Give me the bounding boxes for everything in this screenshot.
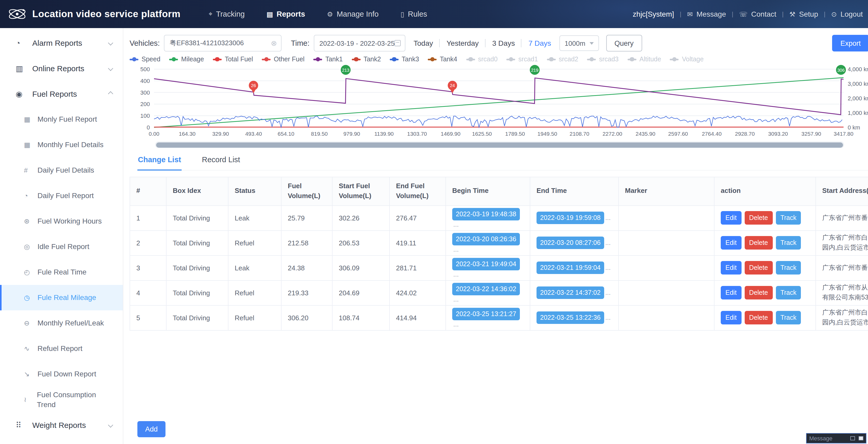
legend-item[interactable]: Mileage bbox=[169, 56, 204, 63]
delete-button[interactable]: Delete bbox=[744, 286, 773, 300]
fuel-mileage-chart[interactable]: 01002003004005000 km1,000 km2,000 km3,00… bbox=[123, 64, 868, 140]
sidebar-entry[interactable]: ▦ Monly Fuel Report bbox=[0, 107, 123, 132]
table-row: 5 Total Driving Refuel 306.20 108.74 414… bbox=[130, 305, 868, 330]
sidebar-entry[interactable]: ◎ Idle Fuel Report bbox=[0, 234, 123, 260]
sidebar-entry[interactable]: ⠿ Weight Reports bbox=[0, 412, 123, 438]
edit-button[interactable]: Edit bbox=[721, 211, 741, 225]
legend-item[interactable]: Total Fuel bbox=[213, 56, 253, 63]
quick-range-link[interactable]: 3 Days bbox=[485, 39, 515, 47]
delete-button[interactable]: Delete bbox=[744, 311, 773, 325]
nav-right-icon: ⚒ bbox=[789, 10, 796, 18]
quick-range-link[interactable]: Yesterday bbox=[439, 39, 479, 47]
legend-item[interactable]: Altitude bbox=[628, 56, 661, 63]
maximize-icon[interactable] bbox=[859, 436, 863, 440]
sidebar-entry[interactable]: # Daily Fuel Details bbox=[0, 158, 123, 183]
quick-range-link[interactable]: Today bbox=[414, 39, 433, 47]
track-button[interactable]: Track bbox=[776, 286, 801, 300]
edit-button[interactable]: Edit bbox=[721, 311, 741, 325]
sidebar-entry-icon: ⊛ bbox=[24, 217, 33, 225]
begin-time-button[interactable]: 2022-03-19 19:48:38 bbox=[452, 208, 520, 220]
quick-range-link[interactable]: 7 Days bbox=[521, 39, 551, 47]
begin-time-cell: 2022-03-20 08:26:36... bbox=[446, 230, 530, 255]
sidebar-entry[interactable]: ▦ Monthly Fuel Details bbox=[0, 132, 123, 158]
legend-item[interactable]: Tank2 bbox=[351, 56, 381, 63]
legend-marker-icon bbox=[628, 59, 637, 60]
add-button[interactable]: Add bbox=[137, 421, 165, 437]
legend-item[interactable]: Voltage bbox=[670, 56, 704, 63]
legend-item[interactable]: srcad0 bbox=[466, 56, 497, 63]
sidebar-entry[interactable]: ◔ Daily Fuel Report bbox=[0, 183, 123, 208]
interval-select[interactable]: 1000m bbox=[559, 35, 599, 51]
legend-label: srcad0 bbox=[478, 56, 497, 63]
export-button[interactable]: Export bbox=[832, 35, 868, 52]
end-time-button[interactable]: 2022-03-22 14:37:02 bbox=[536, 286, 604, 299]
begin-time-button[interactable]: 2022-03-20 08:26:36 bbox=[452, 233, 520, 245]
legend-item[interactable]: Tank4 bbox=[428, 56, 457, 63]
vehicles-input[interactable]: ⊗ bbox=[164, 35, 282, 52]
svg-text:306: 306 bbox=[837, 68, 845, 73]
sidebar-entry[interactable]: ◔ Alarm Reports bbox=[0, 30, 123, 56]
clear-icon[interactable]: ⊗ bbox=[271, 39, 277, 47]
svg-text:979.90: 979.90 bbox=[343, 131, 360, 137]
sidebar-entry[interactable]: ▥ Online Reports bbox=[0, 56, 123, 81]
legend-item[interactable]: Tank3 bbox=[390, 56, 419, 63]
tab[interactable]: Record List bbox=[202, 156, 241, 170]
nav-right-item[interactable]: ☏ Contact bbox=[739, 10, 776, 18]
begin-time-button[interactable]: 2022-03-22 14:36:02 bbox=[452, 282, 520, 295]
sidebar-entry[interactable]: ⊛ Fuel Working Hours bbox=[0, 208, 123, 234]
nav-right-item[interactable]: ✉ Message bbox=[687, 10, 726, 18]
sidebar-entry[interactable]: ◉ Fuel Reports bbox=[0, 81, 123, 107]
svg-text:1789.50: 1789.50 bbox=[505, 131, 525, 137]
end-fuel-cell: 424.02 bbox=[390, 280, 446, 305]
end-time-button[interactable]: 2022-03-25 13:22:36 bbox=[536, 311, 604, 324]
begin-time-button[interactable]: 2022-03-21 19:49:04 bbox=[452, 258, 520, 270]
nav-item[interactable]: ⚙ Manage Info bbox=[327, 10, 379, 18]
edit-button[interactable]: Edit bbox=[721, 286, 741, 300]
time-range-input[interactable]: 2022-03-19 - 2022-03-25 bbox=[314, 35, 405, 52]
chart-scrollbar[interactable] bbox=[155, 141, 844, 148]
sidebar-entry[interactable]: ⊖ Monthly Refuel/Leak bbox=[0, 310, 123, 336]
nav-item[interactable]: ▤ Reports bbox=[267, 10, 305, 18]
end-time-button[interactable]: 2022-03-19 19:59:08 bbox=[536, 212, 604, 224]
sidebar-entry-icon: ◴ bbox=[24, 268, 33, 276]
edit-button[interactable]: Edit bbox=[721, 236, 741, 249]
edit-button[interactable]: Edit bbox=[721, 261, 741, 274]
legend-item[interactable]: srcad3 bbox=[587, 56, 618, 63]
legend-item[interactable]: Tank1 bbox=[313, 56, 343, 63]
message-widget[interactable]: Message bbox=[806, 433, 866, 443]
legend-marker-icon bbox=[262, 59, 271, 60]
sidebar-entry[interactable]: ↘ Fuel Down Report bbox=[0, 361, 123, 387]
vehicles-input-field[interactable] bbox=[169, 39, 268, 47]
svg-text:2597.60: 2597.60 bbox=[668, 131, 688, 137]
restore-icon[interactable] bbox=[850, 436, 855, 440]
track-button[interactable]: Track bbox=[776, 236, 801, 249]
sidebar-entry[interactable]: ◷ Fule Real Mileage bbox=[0, 285, 123, 310]
legend-item[interactable]: Other Fuel bbox=[262, 56, 304, 63]
end-time-button[interactable]: 2022-03-21 19:59:04 bbox=[536, 262, 604, 274]
delete-button[interactable]: Delete bbox=[744, 211, 773, 225]
track-button[interactable]: Track bbox=[776, 211, 801, 225]
track-button[interactable]: Track bbox=[776, 261, 801, 274]
begin-time-button[interactable]: 2022-03-25 13:21:27 bbox=[452, 308, 520, 320]
delete-button[interactable]: Delete bbox=[744, 261, 773, 274]
svg-text:213: 213 bbox=[342, 68, 349, 73]
sidebar-entry[interactable]: ◴ Fule Real Time bbox=[0, 260, 123, 285]
tab[interactable]: Change List bbox=[137, 156, 182, 171]
track-button[interactable]: Track bbox=[776, 311, 801, 325]
nav-separator: | bbox=[782, 10, 784, 18]
delete-button[interactable]: Delete bbox=[744, 236, 773, 249]
sidebar-entry[interactable]: ∿ Refuel Report bbox=[0, 336, 123, 361]
nav-right-item[interactable]: ⚒ Setup bbox=[789, 10, 818, 18]
query-button[interactable]: Query bbox=[606, 35, 642, 52]
user-label[interactable]: zhjc[System] bbox=[633, 10, 674, 18]
chevron-icon bbox=[108, 91, 113, 97]
end-time-button[interactable]: 2022-03-20 08:27:06 bbox=[536, 237, 604, 249]
nav-item[interactable]: ▯ Rules bbox=[400, 10, 427, 18]
legend-item[interactable]: srcad2 bbox=[547, 56, 578, 63]
nav-item[interactable]: ⌖ Tracking bbox=[209, 10, 245, 18]
chart-scrollbar-thumb[interactable] bbox=[156, 142, 843, 147]
nav-right-item[interactable]: ⊙ Logout bbox=[831, 10, 863, 18]
sidebar-entry[interactable]: ≀ Fuel Consumption Trend bbox=[0, 387, 123, 412]
legend-item[interactable]: srcad1 bbox=[506, 56, 538, 63]
legend-item[interactable]: Speed bbox=[130, 56, 160, 63]
